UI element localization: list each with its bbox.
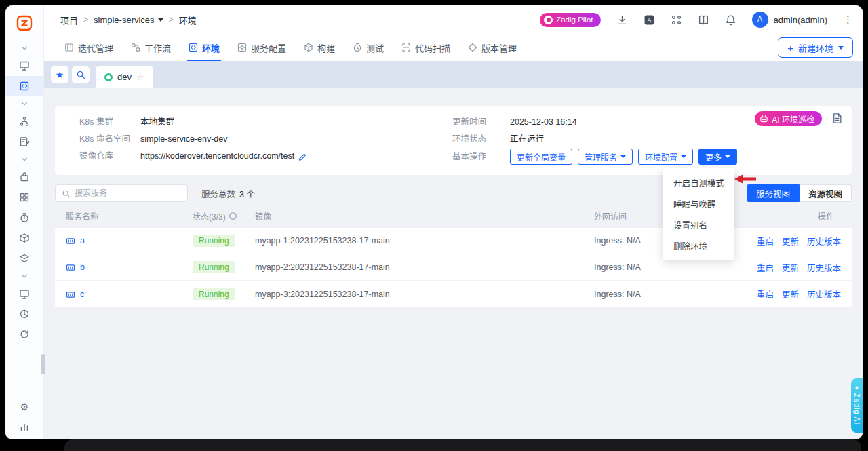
project-tree-icon[interactable] [5, 111, 43, 132]
star-outline-icon[interactable]: ☆ [136, 72, 144, 82]
update-link[interactable]: 更新 [782, 288, 799, 300]
favorite-star-button[interactable]: ★ [51, 66, 68, 83]
version-diamond-icon [468, 43, 477, 52]
history-link[interactable]: 历史版本 [807, 261, 841, 274]
pie-chart-icon[interactable] [5, 304, 43, 324]
env-status-value: 正在运行 [510, 132, 544, 146]
menu-item-sleep-wake[interactable]: 睡眠与唤醒 [663, 193, 734, 214]
more-button[interactable]: 更多 [698, 149, 737, 165]
env-config-button[interactable]: 环境配置 [638, 149, 693, 165]
tab-build[interactable]: 构建 [304, 34, 335, 61]
info-value: 本地集群 [140, 115, 174, 130]
tab-label: 服务配置 [251, 41, 286, 54]
button-label: 更新全局变量 [517, 151, 566, 163]
search-icon [76, 70, 85, 79]
service-name: c [80, 290, 84, 299]
history-link[interactable]: 历史版本 [807, 235, 841, 248]
ai-env-inspect-button[interactable]: AI 环境巡检 [755, 111, 822, 126]
restart-link[interactable]: 重启 [757, 235, 774, 248]
history-link[interactable]: 历史版本 [807, 288, 841, 300]
service-image: myapp-2:20231225153238-17-main [255, 262, 594, 272]
service-search-input[interactable] [75, 189, 181, 198]
tab-iteration[interactable]: 迭代管理 [64, 34, 113, 61]
restart-link[interactable]: 重启 [757, 288, 774, 300]
service-view-button[interactable]: 服务视图 [747, 184, 800, 202]
layers-icon[interactable] [5, 248, 43, 269]
service-link[interactable]: a [66, 236, 193, 246]
resource-view-button[interactable]: 资源视图 [800, 184, 852, 202]
menu-item-set-alias[interactable]: 设置别名 [663, 214, 734, 235]
sidebar-item-environments[interactable] [5, 76, 43, 96]
workflow-icon [131, 43, 140, 52]
apps-cluster-icon[interactable] [671, 14, 682, 26]
tab-label: 迭代管理 [78, 41, 113, 54]
topbar: 项目 > simple-services > 环境 Zadig Pilot A [44, 5, 863, 34]
download-icon[interactable] [616, 14, 628, 26]
template-grid-icon[interactable] [5, 187, 43, 208]
translate-icon[interactable]: A [644, 14, 655, 26]
env-report-icon[interactable] [831, 113, 843, 124]
tab-release[interactable]: 版本管理 [468, 34, 517, 61]
collapse-chevron-icon[interactable] [5, 96, 43, 111]
service-name: a [80, 236, 85, 246]
service-link[interactable]: c [66, 290, 193, 299]
collapse-chevron-icon[interactable] [5, 269, 43, 283]
edit-pencil-icon[interactable] [298, 152, 307, 161]
environment-code-icon [189, 43, 198, 52]
restart-link[interactable]: 重启 [757, 261, 774, 274]
bell-icon[interactable] [725, 14, 736, 26]
tab-environments[interactable]: 环境 [189, 34, 220, 61]
dashboard-icon[interactable] [5, 56, 43, 76]
tab-test[interactable]: 测试 [353, 34, 384, 61]
manage-services-button[interactable]: 管理服务 [578, 149, 633, 165]
service-config-icon [237, 43, 247, 52]
zadig-pilot-button[interactable]: Zadig Pilot [540, 13, 600, 27]
menu-item-self-test-mode[interactable]: 开启自测模式 [663, 172, 734, 193]
button-label: 环境配置 [645, 151, 677, 163]
package-icon[interactable] [5, 228, 43, 248]
row-actions: 重启 更新 历史版本 [739, 288, 841, 300]
main-area: 项目 > simple-services > 环境 Zadig Pilot A [44, 5, 863, 439]
stats-chart-icon[interactable] [5, 416, 43, 437]
zadig-logo-icon[interactable] [15, 14, 34, 33]
info-value: simple-service-env-dev [140, 132, 228, 146]
info-row-status: 环境状态 正在运行 [452, 132, 838, 146]
menu-item-delete-env[interactable]: 删除环境 [663, 235, 734, 256]
breadcrumb-project-select[interactable]: simple-services [94, 15, 163, 25]
breadcrumb-root[interactable]: 项目 [60, 14, 78, 26]
sidebar: ⚙ [5, 5, 44, 439]
user-menu[interactable]: A admin(admin) [752, 12, 827, 28]
row-actions: 重启 更新 历史版本 [739, 235, 841, 248]
update-global-vars-button[interactable]: 更新全局变量 [510, 149, 572, 165]
env-tab-dev[interactable]: dev ☆ [96, 66, 153, 88]
plugin-icon[interactable] [5, 167, 43, 187]
update-link[interactable]: 更新 [782, 235, 799, 248]
env-search-button[interactable] [72, 66, 90, 83]
vm-monitor-icon[interactable] [5, 283, 43, 304]
test-stopwatch-icon [353, 43, 362, 52]
info-circle-icon[interactable] [229, 212, 237, 220]
collapse-chevron-icon[interactable] [5, 152, 43, 167]
docs-book-icon[interactable] [698, 14, 709, 26]
user-name: admin(admin) [774, 15, 827, 25]
settings-gear-icon[interactable]: ⚙ [5, 396, 43, 416]
pilot-logo-icon [544, 16, 553, 24]
sync-loop-icon[interactable] [5, 324, 43, 345]
content-area: K8s 集群 本地集群 K8s 命名空间 simple-service-env-… [44, 88, 863, 439]
service-ingress: Ingress: N/A [594, 290, 739, 299]
update-link[interactable]: 更新 [782, 261, 799, 274]
collapse-chevron-icon[interactable] [5, 41, 43, 56]
iteration-icon [64, 43, 74, 52]
sidebar-resize-handle[interactable] [41, 354, 45, 374]
new-environment-button[interactable]: + 新建环境 [778, 37, 853, 58]
breadcrumb-project-name: simple-services [94, 15, 155, 25]
tab-service-config[interactable]: 服务配置 [237, 34, 286, 61]
tab-code-scan[interactable]: 代码扫描 [401, 34, 450, 61]
zadig-ai-side-tab[interactable]: ✦ Zadig AI [851, 378, 863, 433]
breadcrumb-separator: > [83, 15, 88, 24]
kebab-menu-icon[interactable]: ⋮ [843, 14, 853, 26]
tab-workflow[interactable]: 工作流 [131, 34, 171, 61]
timer-icon[interactable] [5, 208, 43, 228]
service-link[interactable]: b [66, 262, 193, 272]
form-edit-icon[interactable] [5, 132, 43, 152]
